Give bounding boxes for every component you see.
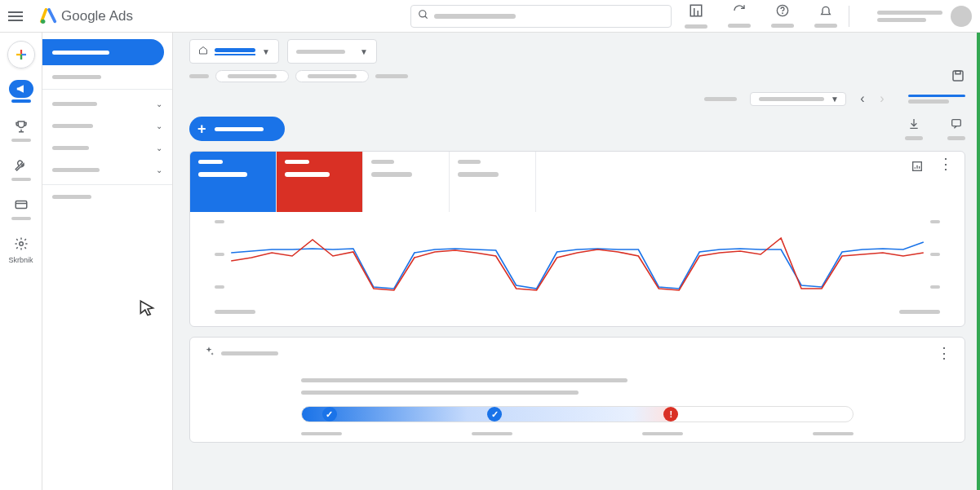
rail-admin[interactable]: Skrbnik: [5, 232, 38, 269]
prev-period-button[interactable]: ‹: [853, 89, 872, 108]
svg-rect-17: [952, 120, 961, 126]
download-icon[interactable]: [907, 117, 920, 134]
line-chart: [190, 212, 964, 326]
secnav-item[interactable]: ⌄: [42, 159, 172, 181]
step-done-icon: ✓: [322, 407, 337, 422]
optimization-track: ✓ ✓ !: [301, 406, 854, 422]
next-period-button[interactable]: ›: [872, 89, 892, 108]
chevron-down-icon: ⌄: [156, 99, 162, 108]
chevron-down-icon: ⌄: [156, 143, 162, 152]
search-icon: [418, 9, 429, 24]
caret-down-icon: ▼: [831, 95, 839, 104]
rail-tools[interactable]: [5, 153, 38, 186]
account-area: [877, 6, 972, 27]
caret-down-icon: ▼: [262, 47, 270, 56]
logo[interactable]: Google Ads: [40, 8, 133, 24]
svg-line-2: [425, 15, 428, 18]
svg-rect-16: [956, 71, 960, 74]
secnav-item[interactable]: [42, 188, 172, 205]
date-range-selector[interactable]: ▼: [750, 92, 846, 106]
svg-rect-15: [953, 71, 963, 81]
svg-point-1: [419, 10, 426, 16]
notifications-icon[interactable]: [819, 4, 832, 20]
filter-chip[interactable]: [215, 70, 289, 82]
chevron-down-icon: ⌄: [156, 166, 162, 174]
more-icon[interactable]: ⋮: [937, 344, 951, 362]
secnav-item[interactable]: [42, 68, 172, 86]
secnav-item[interactable]: ⌄: [42, 137, 172, 159]
rail-goals[interactable]: [5, 114, 38, 147]
svg-point-0: [41, 19, 45, 23]
left-rail: Skrbnik: [0, 33, 42, 490]
gear-icon: [14, 236, 29, 254]
metric-tab-4[interactable]: [450, 152, 536, 212]
refresh-icon[interactable]: [733, 4, 746, 20]
step-done-icon: ✓: [487, 407, 502, 422]
svg-rect-12: [16, 201, 27, 209]
more-icon[interactable]: ⋮: [938, 160, 953, 168]
help-icon[interactable]: [776, 4, 789, 20]
menu-icon[interactable]: [8, 7, 28, 26]
logo-text: Google Ads: [61, 8, 133, 24]
card-icon: [14, 197, 29, 215]
sparkle-icon: [203, 346, 215, 360]
trophy-icon: [14, 119, 29, 137]
metrics-card: ⋮: [189, 151, 965, 327]
expand-chart-icon[interactable]: [911, 160, 924, 176]
breadcrumb: [189, 70, 965, 82]
rail-billing[interactable]: [5, 192, 38, 225]
wrench-icon: [14, 158, 29, 176]
optimization-card: ⋮ ✓ ✓ !: [189, 337, 965, 443]
save-icon[interactable]: [951, 68, 965, 86]
app-header: Google Ads: [0, 0, 980, 33]
search-placeholder: [434, 14, 516, 19]
svg-point-7: [783, 13, 783, 14]
google-ads-logo-icon: [40, 8, 58, 24]
rail-campaigns[interactable]: [5, 75, 38, 108]
chevron-down-icon: ⌄: [156, 121, 162, 130]
add-button[interactable]: +: [189, 117, 285, 141]
home-icon: [198, 44, 208, 59]
filter-chip[interactable]: [295, 70, 369, 82]
main-content: ▼ ▼ ▼ ‹ ›: [173, 33, 980, 490]
plus-icon: +: [197, 121, 206, 138]
campaign-selector[interactable]: ▼: [287, 39, 377, 64]
header-actions: [685, 3, 837, 29]
secnav-item[interactable]: ⌄: [42, 93, 172, 115]
account-selector[interactable]: ▼: [189, 39, 279, 64]
caret-down-icon: ▼: [360, 47, 368, 56]
svg-rect-3: [690, 5, 702, 16]
right-edge-highlight: [977, 33, 980, 490]
search-input[interactable]: [410, 5, 672, 28]
metric-tab-1[interactable]: [190, 152, 277, 212]
avatar[interactable]: [951, 6, 972, 27]
reports-icon[interactable]: [689, 3, 703, 21]
secondary-nav: ⌄ ⌄ ⌄ ⌄: [42, 33, 173, 490]
secnav-item-active[interactable]: [42, 39, 164, 65]
megaphone-icon: [9, 80, 33, 98]
metric-tab-3[interactable]: [363, 152, 450, 212]
step-error-icon: !: [663, 407, 678, 422]
create-button[interactable]: [7, 41, 35, 68]
feedback-icon[interactable]: [950, 117, 963, 134]
svg-point-14: [19, 242, 23, 246]
rail-admin-label: Skrbnik: [8, 256, 33, 264]
secnav-item[interactable]: ⌄: [42, 115, 172, 137]
metric-tab-2[interactable]: [277, 152, 363, 212]
